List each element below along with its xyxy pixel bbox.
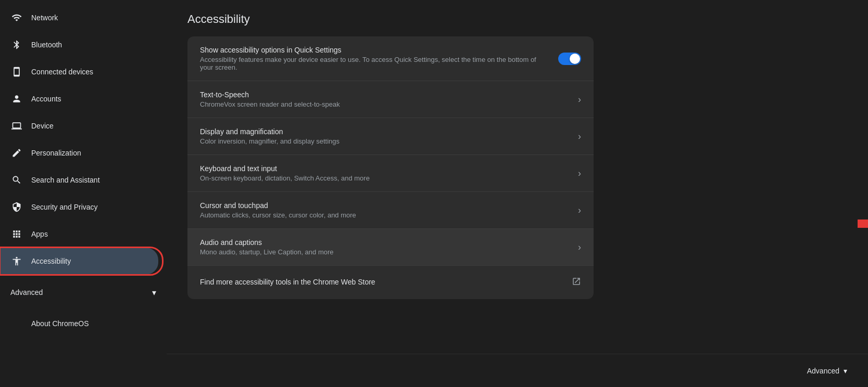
row-action-text-to-speech: › [578,94,581,105]
sidebar-item-security-privacy[interactable]: Security and Privacy [0,194,162,221]
chevron-down-icon: ▾ [152,288,156,298]
sidebar-item-search-assistant-label: Search and Assistant [31,176,100,184]
external-link-icon [572,277,581,289]
red-arrow-annotation [837,203,868,244]
wifi-icon [10,11,23,24]
smartphone-icon [10,66,23,78]
row-content-cursor-touchpad: Cursor and touchpad Automatic clicks, cu… [200,201,570,219]
sidebar-item-bluetooth-label: Bluetooth [31,41,62,49]
row-subtitle-cursor-touchpad: Automatic clicks, cursor size, cursor co… [200,211,570,219]
row-action-show-accessibility[interactable] [558,53,581,65]
sidebar-item-device[interactable]: Device [0,112,162,139]
row-action-keyboard: › [578,168,581,179]
accessibility-toggle[interactable] [558,53,581,65]
edit-icon [10,147,23,159]
row-title-display-magnification: Display and magnification [200,127,570,136]
settings-row-display-magnification[interactable]: Display and magnification Color inversio… [187,118,594,155]
sidebar-item-accessibility[interactable]: Accessibility [0,248,158,275]
sidebar-item-advanced[interactable]: Advanced ▾ [0,279,167,306]
laptop-icon [10,120,23,132]
row-action-cursor-touchpad: › [578,205,581,216]
bottom-chevron-down-icon: ▾ [844,367,847,375]
sidebar-item-accessibility-label: Accessibility [31,257,71,265]
sidebar-item-about[interactable]: About ChromeOS [0,310,167,337]
row-subtitle-text-to-speech: ChromeVox screen reader and select-to-sp… [200,100,570,108]
sidebar-item-accounts[interactable]: Accounts [0,85,162,112]
row-subtitle-display-magnification: Color inversion, magnifier, and display … [200,137,570,145]
toggle-thumb [570,54,580,64]
row-title-cursor-touchpad: Cursor and touchpad [200,201,570,210]
chevron-right-icon-5: › [578,242,581,253]
row-content-audio-captions: Audio and captions Mono audio, startup, … [200,238,570,256]
sidebar-item-accounts-label: Accounts [31,95,61,103]
row-title-audio-captions: Audio and captions [200,238,570,247]
settings-row-find-more-tools[interactable]: Find more accessibility tools in the Chr… [187,266,594,299]
sidebar-item-security-privacy-label: Security and Privacy [31,203,98,211]
settings-row-show-accessibility[interactable]: Show accessibility options in Quick Sett… [187,36,594,81]
bottom-bar: Advanced ▾ [167,354,868,387]
row-content-keyboard: Keyboard and text input On-screen keyboa… [200,164,570,182]
chevron-right-icon-4: › [578,205,581,216]
settings-row-cursor-touchpad[interactable]: Cursor and touchpad Automatic clicks, cu… [187,192,594,229]
accessibility-icon [10,255,23,267]
row-subtitle-audio-captions: Mono audio, startup, Live Caption, and m… [200,248,570,256]
sidebar: Network Bluetooth Connected devices Acco… [0,0,167,387]
chevron-right-icon-2: › [578,131,581,142]
row-subtitle-keyboard: On-screen keyboard, dictation, Switch Ac… [200,174,570,182]
sidebar-about-label: About ChromeOS [10,319,89,328]
row-content-show-accessibility: Show accessibility options in Quick Sett… [200,46,550,71]
sidebar-item-device-label: Device [31,122,54,130]
settings-row-keyboard[interactable]: Keyboard and text input On-screen keyboa… [187,155,594,192]
settings-row-text-to-speech[interactable]: Text-to-Speech ChromeVox screen reader a… [187,81,594,118]
bluetooth-icon [10,38,23,51]
sidebar-item-bluetooth[interactable]: Bluetooth [0,31,162,58]
settings-area: Show accessibility options in Quick Sett… [187,36,847,299]
toggle-track [558,53,581,65]
apps-grid-icon [10,228,23,240]
row-subtitle-show-accessibility: Accessibility features make your device … [200,56,550,71]
row-action-find-more-tools [572,277,581,289]
sidebar-item-connected-devices-label: Connected devices [31,68,93,76]
bottom-advanced-button[interactable]: Advanced ▾ [807,367,847,375]
chevron-right-icon-3: › [578,168,581,179]
row-action-audio-captions: › [578,242,581,253]
row-title-keyboard: Keyboard and text input [200,164,570,173]
main-content: Accessibility Show accessibility options… [167,0,868,387]
row-content-find-more-tools: Find more accessibility tools in the Chr… [200,278,563,288]
settings-row-audio-captions[interactable]: Audio and captions Mono audio, startup, … [187,229,594,266]
sidebar-item-personalization[interactable]: Personalization [0,139,162,166]
row-title-find-more-tools: Find more accessibility tools in the Chr… [200,278,563,286]
row-title-text-to-speech: Text-to-Speech [200,91,570,99]
settings-card: Show accessibility options in Quick Sett… [187,36,594,299]
row-action-display-magnification: › [578,131,581,142]
sidebar-item-connected-devices[interactable]: Connected devices [0,58,162,85]
sidebar-item-search-assistant[interactable]: Search and Assistant [0,166,162,194]
row-content-text-to-speech: Text-to-Speech ChromeVox screen reader a… [200,91,570,108]
sidebar-item-network[interactable]: Network [0,4,162,31]
accessibility-wrapper: Accessibility [0,248,162,275]
person-icon [10,93,23,105]
row-content-display-magnification: Display and magnification Color inversio… [200,127,570,145]
chevron-right-icon: › [578,94,581,105]
sidebar-item-apps-label: Apps [31,230,48,238]
search-icon [10,174,23,186]
row-title-show-accessibility: Show accessibility options in Quick Sett… [200,46,550,54]
shield-icon [10,201,23,213]
sidebar-item-network-label: Network [31,14,58,22]
bottom-advanced-label: Advanced [807,367,839,375]
sidebar-advanced-label: Advanced [10,288,144,296]
page-title: Accessibility [187,12,847,26]
sidebar-item-apps[interactable]: Apps [0,221,162,248]
sidebar-item-personalization-label: Personalization [31,149,81,157]
